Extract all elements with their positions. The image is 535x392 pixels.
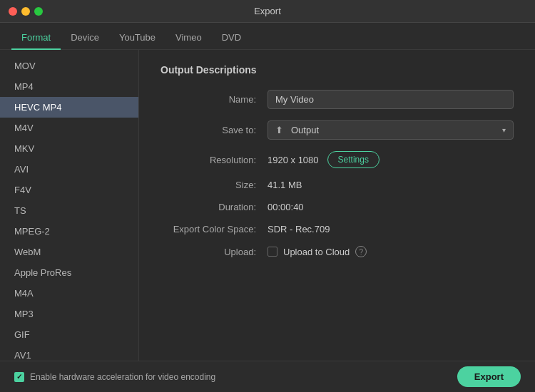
resolution-value: 1920 x 1080 [268,155,319,165]
save-to-value: Output [291,125,319,135]
traffic-lights [9,7,43,16]
color-space-field-row: Export Color Space: SDR - Rec.709 [160,224,514,234]
sidebar-item-f4v[interactable]: F4V [0,180,138,200]
main-layout: MOV MP4 HEVC MP4 M4V MKV AVI F4V TS MPEG… [0,50,535,361]
title-bar: Export [0,0,535,23]
size-field-row: Size: 41.1 MB [160,180,514,190]
check-mark-icon: ✓ [16,373,22,381]
resolution-field-row: Resolution: 1920 x 1080 Settings [160,151,514,168]
tab-device[interactable]: Device [61,26,109,50]
resolution-row: 1920 x 1080 Settings [268,151,379,168]
settings-button[interactable]: Settings [327,151,379,168]
sidebar-item-webm[interactable]: WebM [0,242,138,262]
color-space-label: Export Color Space: [160,224,268,234]
format-sidebar: MOV MP4 HEVC MP4 M4V MKV AVI F4V TS MPEG… [0,50,139,361]
tab-youtube[interactable]: YouTube [109,26,165,50]
sidebar-item-m4v[interactable]: M4V [0,118,138,138]
window-title: Export [254,6,281,16]
section-title: Output Descriptions [160,64,514,76]
chevron-down-icon: ▾ [502,126,506,134]
duration-label: Duration: [160,202,268,212]
sidebar-item-av1[interactable]: AV1 [0,345,138,361]
upload-to-cloud-label: Upload to Cloud [283,247,350,257]
color-space-value: SDR - Rec.709 [268,224,514,234]
upload-field-row: Upload: Upload to Cloud ? [160,246,514,257]
close-button[interactable] [9,7,17,16]
name-label: Name: [160,94,268,105]
sidebar-item-avi[interactable]: AVI [0,159,138,180]
duration-value: 00:00:40 [268,202,514,212]
size-label: Size: [160,180,268,190]
hw-acceleration-checkbox[interactable]: ✓ [14,372,24,382]
sidebar-item-hevc-mp4[interactable]: HEVC MP4 [0,97,138,118]
help-icon[interactable]: ? [355,246,367,257]
hw-acceleration-row: ✓ Enable hardware acceleration for video… [14,372,215,382]
tab-bar: Format Device YouTube Vimeo DVD [0,23,535,50]
tab-dvd[interactable]: DVD [212,26,251,50]
content-area: Output Descriptions Name: Save to: ⬆ Out… [139,50,535,361]
sidebar-item-ts[interactable]: TS [0,200,138,221]
save-to-select[interactable]: ⬆ Output ▾ [268,120,514,140]
sidebar-item-mp3[interactable]: MP3 [0,304,138,324]
duration-field-row: Duration: 00:00:40 [160,202,514,212]
upload-label: Upload: [160,247,268,257]
tab-vimeo[interactable]: Vimeo [165,26,212,50]
size-value: 41.1 MB [268,180,514,190]
save-to-label: Save to: [160,125,268,135]
export-button[interactable]: Export [457,366,521,387]
name-input[interactable] [268,90,514,109]
bottom-bar: ✓ Enable hardware acceleration for video… [0,361,535,392]
upload-to-cloud-checkbox[interactable] [268,247,277,257]
sidebar-item-apple-prores[interactable]: Apple ProRes [0,262,138,283]
sidebar-item-mkv[interactable]: MKV [0,138,138,159]
sidebar-item-gif[interactable]: GIF [0,324,138,345]
resolution-label: Resolution: [160,155,268,165]
tab-format[interactable]: Format [11,26,61,50]
sidebar-item-mov[interactable]: MOV [0,56,138,76]
upload-icon: ⬆ [275,125,283,135]
save-to-field-row: Save to: ⬆ Output ▾ [160,120,514,140]
sidebar-item-mpeg2[interactable]: MPEG-2 [0,221,138,242]
hw-acceleration-label: Enable hardware acceleration for video e… [30,372,215,382]
name-field-row: Name: [160,90,514,109]
sidebar-item-m4a[interactable]: M4A [0,283,138,304]
minimize-button[interactable] [21,7,30,16]
upload-row: Upload to Cloud ? [268,246,367,257]
maximize-button[interactable] [34,7,43,16]
sidebar-item-mp4[interactable]: MP4 [0,76,138,97]
